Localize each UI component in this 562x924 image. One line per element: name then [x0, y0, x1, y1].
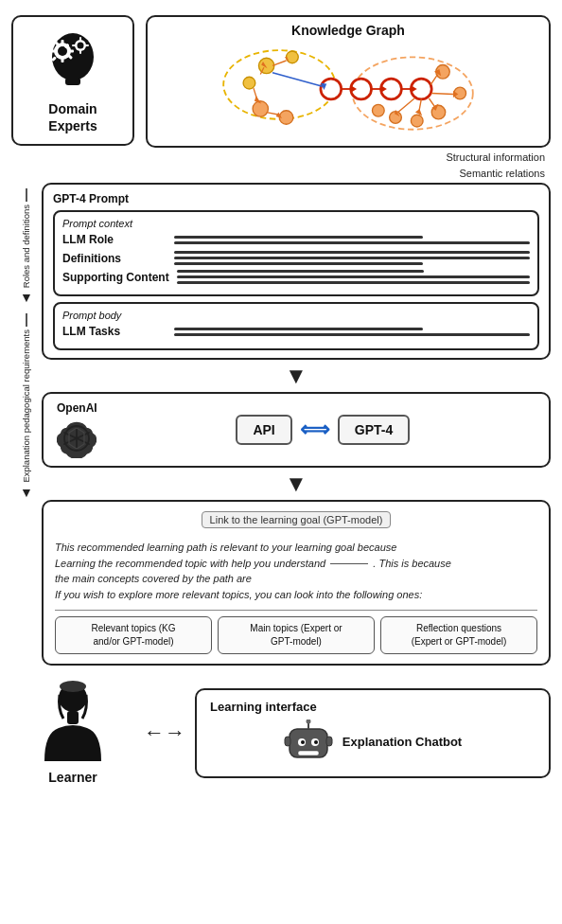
svg-rect-16	[85, 44, 89, 46]
top-section: Domain Experts Knowledge Graph	[0, 6, 562, 148]
chatbot-icon	[284, 720, 333, 767]
output-divider	[55, 610, 537, 611]
line2	[174, 241, 530, 244]
svg-point-72	[314, 740, 318, 744]
line10	[174, 333, 530, 336]
svg-rect-77	[326, 737, 332, 746]
semantic-relations-label: Semantic relations	[460, 166, 546, 182]
roles-definitions-label: Roles and definitions	[21, 202, 31, 291]
svg-point-71	[301, 740, 305, 744]
right-arrow-icon: →	[165, 720, 185, 745]
down-arrow-1: ▼	[42, 364, 551, 387]
svg-line-33	[272, 73, 323, 87]
explanation-pedagogical-label: Explanation pedagogical requirements	[21, 327, 31, 486]
chatbot-area: Explanation Chatbot	[210, 720, 536, 767]
prompt-body-box: Prompt body LLM Tasks	[53, 302, 539, 350]
learner-section: Learner	[11, 681, 134, 785]
svg-point-22	[243, 77, 255, 89]
svg-point-20	[258, 58, 273, 73]
api-box: API	[236, 415, 291, 445]
domain-experts-box: Domain Experts	[11, 15, 134, 146]
line8	[177, 281, 530, 284]
svg-rect-73	[298, 751, 319, 755]
svg-rect-76	[285, 737, 290, 746]
svg-rect-5	[61, 58, 64, 62]
line1	[174, 236, 423, 239]
svg-rect-4	[61, 40, 64, 44]
learner-icon	[35, 681, 111, 766]
prompt-context-box: Prompt context LLM Role Definitions	[53, 210, 539, 296]
line6	[177, 270, 424, 273]
llm-tasks-row: LLM Tasks	[62, 325, 530, 338]
bidirectional-arrow: ← →	[144, 720, 185, 745]
openai-label: OpenAI	[57, 401, 97, 415]
output-text: This recommended learning path is releva…	[55, 540, 537, 602]
learning-interface-box: Learning interface	[195, 688, 551, 778]
svg-line-49	[398, 98, 414, 113]
chatbot-label: Explanation Chatbot	[342, 734, 462, 751]
gpt4-prompt-title: GPT-4 Prompt	[53, 192, 539, 205]
output-card-1: Relevant topics (KGand/or GPT-model)	[55, 616, 212, 654]
learning-interface-title: Learning interface	[210, 700, 536, 714]
svg-rect-14	[79, 37, 81, 41]
svg-point-38	[411, 115, 423, 127]
output-cards: Relevant topics (KGand/or GPT-model) Mai…	[55, 616, 537, 654]
supporting-content-row: Supporting Content	[62, 270, 530, 284]
definitions-label: Definitions	[62, 252, 167, 265]
line3	[174, 251, 530, 254]
gpt4-prompt-box: GPT-4 Prompt Prompt context LLM Role	[42, 183, 551, 360]
definitions-row: Definitions	[62, 251, 530, 265]
line4	[174, 257, 530, 259]
supporting-content-label: Supporting Content	[62, 271, 169, 284]
output-link-btn: Link to the learning goal (GPT-model)	[202, 511, 392, 528]
svg-point-66	[60, 681, 86, 692]
svg-point-75	[306, 720, 310, 724]
svg-point-13	[78, 43, 84, 49]
svg-point-21	[287, 51, 299, 63]
svg-line-41	[430, 75, 437, 85]
learner-label: Learner	[48, 770, 97, 785]
structural-info-label: Structural information	[446, 150, 545, 166]
svg-rect-15	[79, 50, 81, 54]
svg-rect-67	[67, 711, 79, 724]
output-card-3: Reflection questions(Expert or GPT-model…	[380, 616, 537, 654]
line9	[174, 328, 423, 330]
prompt-body-label: Prompt body	[62, 310, 530, 321]
line5	[174, 262, 423, 265]
svg-line-51	[272, 61, 287, 65]
knowledge-graph-box: Knowledge Graph	[146, 15, 551, 148]
double-arrow-icon: ⟺	[300, 418, 330, 442]
domain-experts-label: Domain Experts	[23, 100, 123, 134]
svg-point-55	[253, 101, 268, 116]
output-underline	[330, 563, 368, 564]
knowledge-graph-svg	[155, 42, 541, 136]
svg-line-45	[429, 98, 434, 107]
line7	[177, 275, 530, 278]
gpt4-box: GPT-4	[338, 415, 410, 445]
api-gpt4-area: API ⟺ GPT-4	[111, 415, 536, 445]
down-arrow-2: ▼	[42, 472, 551, 495]
svg-rect-1	[65, 78, 80, 85]
knowledge-graph-title: Knowledge Graph	[291, 23, 405, 38]
openai-logo-icon	[57, 418, 97, 458]
prompt-context-label: Prompt context	[62, 218, 530, 229]
output-card-2: Main topics (Expert orGPT-model)	[218, 616, 375, 654]
svg-line-43	[431, 94, 453, 95]
llm-role-label: LLM Role	[62, 233, 167, 246]
svg-point-40	[372, 104, 384, 116]
svg-rect-7	[51, 50, 56, 53]
svg-rect-17	[72, 44, 76, 46]
svg-rect-6	[69, 50, 74, 53]
left-arrow-icon: ←	[144, 720, 165, 745]
openai-box: OpenAI	[42, 392, 551, 468]
brain-gear-icon	[40, 27, 106, 93]
openai-left: OpenAI	[57, 401, 97, 458]
llm-role-row: LLM Role	[62, 233, 530, 246]
llm-tasks-label: LLM Tasks	[62, 325, 167, 338]
output-box: Link to the learning goal (GPT-model) Th…	[42, 500, 551, 666]
